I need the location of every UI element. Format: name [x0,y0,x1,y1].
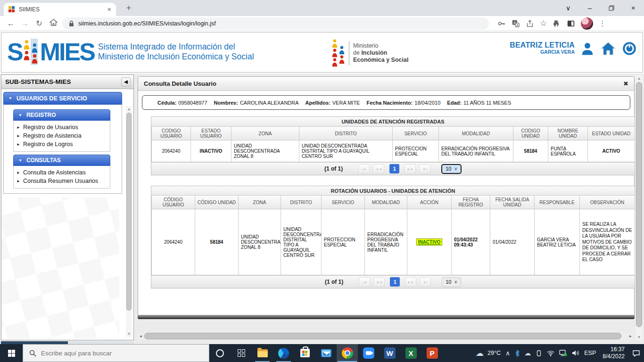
task-view-button[interactable] [231,344,252,362]
logout-power-icon[interactable] [622,41,637,56]
browser-tabstrip: SIIMIES × + ∨ – × [0,0,644,16]
onedrive-icon[interactable]: ☁ [524,349,531,357]
bookmark-star-icon[interactable]: ☆ [540,18,547,28]
screen: SIIMIES × + ∨ – × ← → ↻ [0,0,644,362]
sidebar-item-consulta-de-asistencias[interactable]: ► Consulta de Asistencias [17,168,108,177]
current-page-button[interactable]: 1 [390,277,400,287]
first-page-button[interactable]: |◄ [358,164,370,173]
user-name: BEATRIZ LETICIA GARCIA VERA [510,41,575,56]
new-tab-button[interactable]: + [123,2,135,14]
sidebar-item-registro-de-logros[interactable]: ► Registro de Logros [17,140,108,148]
powerpoint-button[interactable]: P [421,344,443,362]
restore-icon[interactable] [601,0,622,16]
menu-usuarios-de-servicio[interactable]: ▼ USUARIOS DE SERVICIO [3,92,122,105]
browser-menu-icon[interactable]: ⋮ [599,19,606,28]
menu-consultas-header[interactable]: ▼ CONSULTAS [13,155,110,166]
extensions-puzzle-icon[interactable] [553,19,561,28]
menu-registro-header[interactable]: ▼ REGISTRO [13,109,110,121]
sidebar-item-registro-de-asistencia[interactable]: ► Registro de Asistencia [17,132,108,140]
date-label: 8/4/2022 [603,353,625,360]
word-button[interactable]: W [379,344,400,362]
url-bar[interactable]: siimies.inclusion.gob.ec/SIIMIES/vistas/… [62,17,489,30]
volume-icon[interactable] [572,350,579,356]
edge-button[interactable] [273,344,294,362]
back-icon[interactable]: ← [4,19,18,28]
ministry-logo: Ministerio de Inclusión Económica y Soci… [331,39,408,67]
sidebar-scrollbar[interactable]: ▲ ▼ [126,106,132,337]
sidebar-item-registro-de-usuarios[interactable]: ► Registro de Usuarios [17,123,108,132]
chrome-button[interactable] [337,344,358,362]
page-size-select[interactable]: 10 ∨ [442,277,461,287]
taskbar-search[interactable] [23,344,209,362]
info-fecha-nacimiento: Fecha Nacimiento:18/04/2010 [366,100,440,106]
cell-codigo-unidad: 58184 [195,209,239,275]
bluetooth-icon[interactable] [515,350,520,357]
store-button[interactable] [294,344,315,362]
search-input[interactable] [41,350,182,357]
wifi-icon[interactable] [547,350,554,356]
mail-button[interactable] [315,344,337,362]
app-subtitle: Sistema Integrado de Información del Min… [98,42,254,62]
start-button[interactable] [0,344,23,362]
panel-close-icon[interactable]: ✖ [623,80,628,87]
item-arrow-icon: ► [17,125,20,130]
cortana-icon [216,349,224,357]
cortana-button[interactable] [209,344,231,362]
cell-distrito: UNIDAD DESCONCENTRADA DISTRITAL TIPO A G… [299,140,393,162]
scroll-down-icon[interactable]: ▼ [126,332,132,336]
sidebar-scroll-thumb[interactable] [126,113,132,311]
scroll-down-icon[interactable]: ▼ [636,335,643,339]
tray-chevron-up-icon[interactable]: ∧ [505,349,510,357]
last-page-button[interactable]: ►| [419,164,430,173]
translate-icon[interactable]: A [512,19,520,28]
temperature-label[interactable]: 29°C [487,350,501,356]
cell-codigo-unidad: 58184 [513,140,548,162]
current-page-button[interactable]: 1 [389,164,399,173]
zoom-button[interactable] [358,344,379,362]
scroll-up-icon[interactable]: ▲ [126,107,132,111]
forward-icon[interactable]: → [18,19,32,28]
next-page-button[interactable]: ►► [405,164,416,173]
scroll-left-icon[interactable]: ◄ [138,332,144,340]
file-explorer-button[interactable] [252,344,273,362]
sidebar-item-consulta-resumen-usuarios[interactable]: ► Consulta Resumen Usuarios [17,177,108,185]
share-icon[interactable] [526,19,534,28]
close-icon[interactable]: × [622,0,644,16]
cell-fecha-salida-unidad: 01/04/2022 [490,209,535,275]
column-header: SERVICIO [393,127,439,140]
next-page-button[interactable]: ►► [405,277,416,287]
page-size-select[interactable]: 10 ∨ [441,164,462,174]
side-panel-icon[interactable] [567,19,575,28]
minimize-icon[interactable]: – [579,0,601,16]
scroll-right-icon[interactable]: ► [627,332,634,340]
last-page-button[interactable]: ►| [420,277,431,287]
action-center-icon[interactable] [632,350,640,357]
scroll-up-icon[interactable]: ▲ [636,76,643,81]
excel-button[interactable]: X [400,344,421,362]
user-first-names: BEATRIZ LETICIA [510,41,575,49]
weather-icon[interactable]: ☁ [476,348,484,358]
tab-close-icon[interactable]: × [107,6,111,13]
sidebar-collapse-icon[interactable]: ◄ [121,77,131,87]
prev-page-button[interactable]: ◄◄ [373,164,384,173]
main-hscrollbar[interactable]: ◄ ► [138,332,634,340]
home-button-icon[interactable] [600,41,616,56]
reload-icon[interactable]: ↻ [32,19,46,28]
language-indicator[interactable]: ESP [584,350,596,356]
user-profile-icon[interactable] [580,41,594,56]
network-shield-icon[interactable] [559,350,567,356]
main-vscroll-thumb[interactable] [636,82,642,327]
main-hscroll-thumb[interactable] [144,333,621,339]
prev-page-button[interactable]: ◄◄ [373,277,385,287]
first-page-button[interactable]: |◄ [359,277,370,287]
column-header: FECHA REGISTRO [452,196,490,209]
main-vscrollbar[interactable]: ▲ ▼ [636,75,643,340]
clock[interactable]: 16:37 8/4/2022 [603,346,625,360]
tab-search-icon[interactable]: ∨ [557,0,579,16]
profile-avatar[interactable] [581,17,593,30]
password-key-icon[interactable] [497,19,506,28]
browser-tab[interactable]: SIIMIES × [4,3,116,16]
inactivo-status-badge: INACTIVO [416,239,443,246]
phone-link-icon[interactable] [536,350,542,357]
home-icon[interactable] [46,19,60,28]
